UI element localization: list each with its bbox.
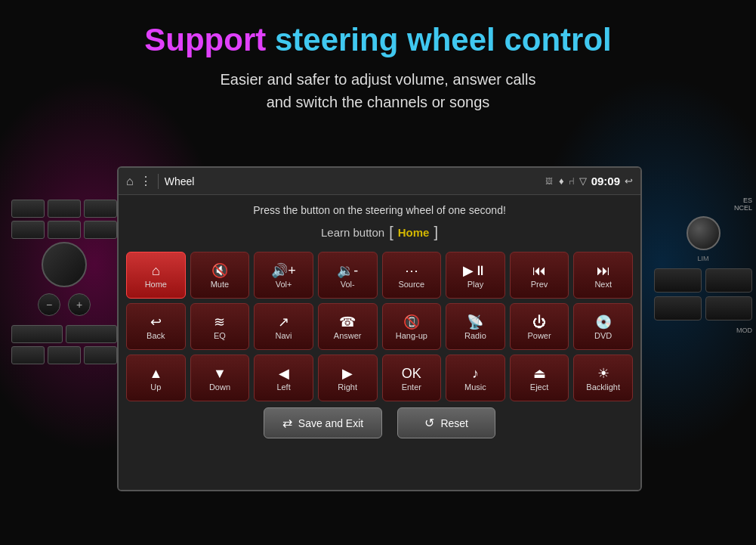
navi-icon: ↗	[278, 315, 289, 329]
ctrl-btn-play[interactable]: ▶⏸Play	[446, 252, 505, 299]
right-panel: ESNCEL LIM MOD	[654, 197, 752, 334]
home-icon[interactable]: ⌂	[126, 175, 134, 188]
ctrl-btn-radio[interactable]: 📡Radio	[446, 303, 505, 350]
ctrl-btn-eject[interactable]: ⏏Eject	[510, 355, 569, 401]
ctrl-btn-music[interactable]: ♪Music	[446, 355, 505, 401]
ctrl-btn-backlight[interactable]: ☀Backlight	[573, 355, 633, 401]
learn-label: Learn button	[321, 226, 384, 239]
ctrl-btn-hangup[interactable]: 📵Hang-up	[382, 303, 442, 350]
eject-label: Eject	[530, 382, 548, 392]
ctrl-btn-vol_minus[interactable]: 🔉-Vol-	[318, 252, 378, 299]
ctrl-btn-source[interactable]: ⋯Source	[382, 252, 442, 299]
prev-label: Prev	[531, 280, 548, 289]
radio-icon: 📡	[467, 315, 483, 329]
ctrl-btn-home[interactable]: ⌂Home	[126, 252, 186, 299]
status-bar: ⌂ ⋮ Wheel 🖼 ♦ ⑁ ▽ 09:09 ↩	[119, 168, 640, 195]
reset-icon: ↺	[424, 416, 434, 430]
ctrl-btn-power[interactable]: ⏻Power	[510, 303, 569, 350]
vol_plus-label: Vol+	[276, 280, 292, 289]
vol-plus-btn[interactable]: +	[68, 293, 91, 316]
dvd-label: DVD	[594, 331, 612, 340]
ctrl-btn-ok[interactable]: OKEnter	[382, 355, 442, 401]
prev-icon: ⏮	[532, 264, 546, 277]
bracket-left: [	[389, 224, 393, 241]
up-icon: ▲	[149, 367, 162, 380]
ctrl-btn-eq[interactable]: ≋EQ	[190, 303, 250, 350]
ctrl-btn-dvd[interactable]: 💿DVD	[573, 303, 633, 350]
ctrl-btn-up[interactable]: ▲Up	[126, 355, 186, 401]
music-label: Music	[464, 382, 486, 392]
vol-minus-btn[interactable]: −	[38, 293, 60, 316]
ctrl-btn-vol_plus[interactable]: 🔊+Vol+	[254, 252, 313, 299]
action-btn-save_exit[interactable]: ⇄Save and Exit	[264, 407, 382, 438]
save_exit-label: Save and Exit	[298, 417, 363, 429]
play-icon: ▶⏸	[463, 264, 487, 277]
status-right-icons: ♦ ⑁ ▽ 09:09 ↩	[559, 175, 633, 187]
press-instruction: Press the button on the steering wheel o…	[126, 204, 633, 216]
down-icon: ▼	[213, 367, 227, 380]
side-key	[11, 221, 45, 239]
eq-icon: ≋	[214, 315, 225, 329]
next-label: Next	[594, 280, 612, 289]
ctrl-btn-navi[interactable]: ↗Navi	[254, 303, 313, 350]
eject-icon: ⏏	[533, 367, 546, 380]
screen-body: Press the button on the steering wheel o…	[119, 195, 640, 490]
back-icon[interactable]: ↩	[625, 175, 633, 187]
ctrl-btn-next[interactable]: ⏭Next	[573, 252, 633, 299]
ctrl-btn-answer[interactable]: ☎Answer	[318, 303, 378, 350]
right-label: Right	[338, 382, 357, 392]
learn-row: Learn button [ Home ]	[126, 224, 633, 241]
car-btn	[654, 268, 702, 293]
ctrl-btn-mute[interactable]: 🔇Mute	[190, 252, 250, 299]
headline-steering: steering	[275, 22, 398, 57]
eq-label: EQ	[214, 331, 226, 340]
source-label: Source	[398, 280, 424, 289]
side-key	[48, 346, 81, 364]
ctrl-btn-right[interactable]: ▶Right	[318, 355, 378, 401]
side-key	[48, 221, 81, 239]
vol_plus-icon: 🔊+	[271, 264, 296, 277]
backlight-label: Backlight	[586, 382, 620, 392]
power-label: Power	[527, 331, 551, 340]
side-key	[66, 325, 117, 343]
main-content: Support steering wheel control Easier an…	[0, 0, 756, 129]
left-label: Left	[276, 382, 290, 392]
play-label: Play	[467, 280, 483, 289]
ctrl-btn-down[interactable]: ▼Down	[190, 355, 250, 401]
home-icon: ⌂	[152, 264, 160, 277]
separator	[158, 174, 159, 189]
knob	[687, 216, 721, 250]
left-icon: ◀	[279, 367, 289, 380]
side-key	[11, 200, 45, 218]
car-btn	[705, 268, 753, 293]
headline-wheel-control: wheel control	[407, 22, 612, 57]
mute-label: Mute	[211, 280, 229, 289]
screen-title: Wheel	[165, 175, 539, 187]
menu-icon[interactable]: ⋮	[140, 174, 152, 188]
ok-icon: OK	[402, 367, 421, 380]
radio-label: Radio	[464, 331, 486, 340]
action-row: ⇄Save and Exit↺Reset	[126, 407, 633, 438]
action-btn-reset[interactable]: ↺Reset	[397, 407, 495, 438]
hangup-label: Hang-up	[396, 331, 427, 340]
signal-icon: ▽	[579, 175, 587, 187]
backlight-icon: ☀	[597, 367, 609, 380]
ctrl-btn-left[interactable]: ◀Left	[254, 355, 313, 401]
car-btn	[705, 296, 753, 320]
reset-label: Reset	[440, 417, 468, 429]
side-key	[48, 200, 81, 218]
bracket-right: ]	[434, 224, 438, 241]
power-icon: ⏻	[532, 315, 546, 329]
device-screen: ⌂ ⋮ Wheel 🖼 ♦ ⑁ ▽ 09:09 ↩ Press the butt…	[117, 166, 642, 491]
home-label: Home	[145, 280, 167, 289]
right-icon: ▶	[342, 367, 353, 380]
button-grid: ⌂Home🔇Mute🔊+Vol+🔉-Vol-⋯Source▶⏸Play⏮Prev…	[126, 252, 633, 401]
next-icon: ⏭	[597, 264, 610, 277]
back-icon: ↩	[150, 315, 162, 329]
mute-icon: 🔇	[211, 264, 228, 277]
ctrl-btn-back[interactable]: ↩Back	[126, 303, 186, 350]
hangup-icon: 📵	[403, 315, 420, 329]
subtitle: Easier and safer to adjust volume, answe…	[0, 68, 756, 113]
ctrl-btn-prev[interactable]: ⏮Prev	[510, 252, 569, 299]
ok-label: Enter	[402, 382, 421, 392]
